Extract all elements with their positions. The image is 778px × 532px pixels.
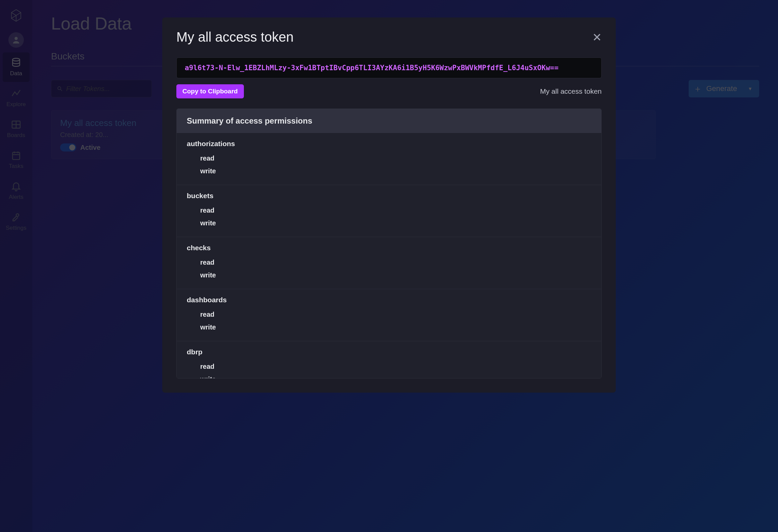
close-icon[interactable]: ✕ xyxy=(592,32,602,43)
modal-title: My all access token xyxy=(176,30,592,45)
permissions-list[interactable]: authorizationsreadwritebucketsreadwritec… xyxy=(177,133,601,378)
token-name-label: My all access token xyxy=(540,87,602,95)
permission-action: write xyxy=(200,165,591,177)
permission-action: read xyxy=(200,308,591,321)
permission-action: read xyxy=(200,204,591,217)
permission-group: authorizationsreadwrite xyxy=(177,133,601,185)
permission-resource: authorizations xyxy=(187,140,591,148)
permission-group: checksreadwrite xyxy=(177,237,601,289)
permission-action: write xyxy=(200,269,591,281)
permission-group: bucketsreadwrite xyxy=(177,185,601,237)
permission-resource: dashboards xyxy=(187,296,591,304)
permissions-heading: Summary of access permissions xyxy=(177,109,601,133)
permission-action: read xyxy=(200,360,591,373)
permission-action: write xyxy=(200,321,591,334)
modal-overlay: My all access token ✕ a9l6t73-N-Elw_1EBZ… xyxy=(0,0,778,532)
permission-action: read xyxy=(200,152,591,165)
permissions-panel: Summary of access permissions authorizat… xyxy=(176,108,602,379)
permission-resource: buckets xyxy=(187,192,591,200)
permission-action: write xyxy=(200,373,591,378)
permission-action: write xyxy=(200,217,591,229)
token-value[interactable]: a9l6t73-N-Elw_1EBZLhMLzy-3xFw1BTptIBvCpp… xyxy=(176,57,602,78)
permission-group: dashboardsreadwrite xyxy=(177,289,601,341)
copy-to-clipboard-button[interactable]: Copy to Clipboard xyxy=(176,84,244,98)
token-modal: My all access token ✕ a9l6t73-N-Elw_1EBZ… xyxy=(162,17,616,393)
permission-action: read xyxy=(200,256,591,269)
permission-resource: checks xyxy=(187,244,591,252)
permission-resource: dbrp xyxy=(187,348,591,356)
permission-group: dbrpreadwrite xyxy=(177,341,601,378)
